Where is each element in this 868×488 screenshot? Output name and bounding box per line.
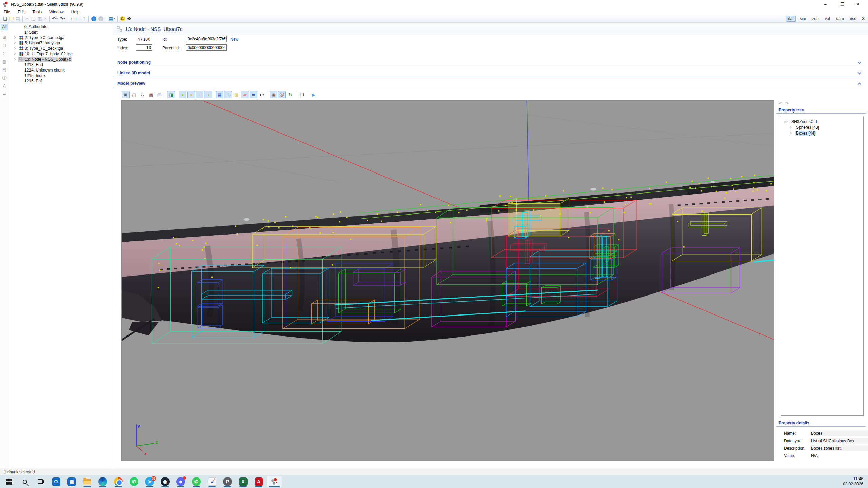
steam-icon[interactable]: ◉ [157, 475, 173, 488]
id-input[interactable] [186, 36, 227, 42]
section-node-positioning[interactable]: Node positioning [113, 59, 865, 66]
chevron-up-icon[interactable] [858, 83, 861, 86]
excel-icon[interactable]: X [235, 475, 251, 488]
open-file-button[interactable]: ❐ [8, 15, 15, 22]
tree-item-6[interactable]: 13: Node - NSS_Uboat7c [9, 57, 113, 62]
light-specular-button[interactable]: ● [196, 91, 203, 98]
paste-button[interactable]: ▥ [37, 15, 43, 22]
property-undo-icon[interactable]: ↶ [778, 101, 785, 106]
tree-item-1[interactable]: 1: Start [9, 29, 113, 35]
info-filter-icon[interactable]: ⓘ [0, 74, 9, 82]
render-vertices-button[interactable]: ⊡ [156, 91, 163, 98]
tree-item-8[interactable]: 1214: Unknown chunk [9, 67, 113, 73]
origin-button[interactable]: ≣ [250, 91, 257, 98]
render-wireframe-button[interactable]: ▢ [130, 91, 138, 98]
paint-icon[interactable]: ▲╱ [204, 475, 220, 488]
render-solid-wire-button[interactable]: ▩ [147, 91, 155, 98]
undo-button[interactable]: ↶▾ [51, 15, 59, 22]
font-filter-icon[interactable]: A [0, 82, 9, 90]
bounding-box-button[interactable]: ▧ [233, 91, 240, 98]
tab-sim[interactable]: sim [798, 16, 808, 22]
taskbar-clock[interactable]: 11:46 02.02.2026 [843, 476, 863, 487]
filter-all-button[interactable]: All [1, 24, 8, 30]
restore-button[interactable]: ❐ [835, 0, 850, 9]
chevron-down-icon[interactable] [858, 61, 861, 64]
textured-button[interactable]: ◨ [167, 91, 175, 98]
highlight-zones-button[interactable]: ▰ [241, 91, 249, 98]
materials-filter-icon[interactable]: ∷ [0, 49, 9, 58]
import-button[interactable]: ↥ [81, 15, 87, 22]
property-redo-icon[interactable]: ↷ [785, 101, 791, 106]
light-ambient-button[interactable]: ● [179, 91, 186, 98]
outlook-icon[interactable]: O [48, 475, 64, 488]
tab-dsd[interactable]: dsd [848, 16, 859, 22]
tree-item-7[interactable]: 1213: End [9, 62, 113, 67]
move-up-button[interactable]: ↑ [70, 15, 74, 22]
close-button[interactable]: ✕ [850, 0, 865, 9]
save-button[interactable]: ▤ [15, 15, 21, 22]
section-linked-3d-model[interactable]: Linked 3D model [113, 69, 865, 77]
tree-item-4[interactable]: 8: Type_7C_deck.tga [9, 46, 113, 51]
node-filter-icon[interactable]: ⊞ [0, 33, 9, 41]
move-down-button[interactable]: ↓ [74, 15, 78, 22]
explorer-icon[interactable] [79, 475, 95, 488]
tree-item-9[interactable]: 1215: Index [9, 73, 113, 78]
chevron-collapsed-icon[interactable] [789, 132, 792, 134]
chrome-icon[interactable] [111, 475, 126, 488]
tree-item-3[interactable]: 5: Uboat7_body.tga [9, 40, 113, 46]
whatsapp-icon[interactable]: ✆ [126, 475, 142, 488]
edge-icon[interactable] [95, 475, 111, 488]
chevron-down-icon[interactable] [858, 71, 861, 75]
render-solid-button[interactable]: ▣ [122, 91, 130, 98]
tab-close-button[interactable]: X [861, 16, 866, 21]
palemoon-icon[interactable]: P [220, 475, 235, 488]
text-doc-filter-icon[interactable]: ▤ [0, 66, 9, 74]
delete-button[interactable]: × [43, 15, 48, 22]
task-view-button[interactable] [33, 475, 48, 488]
property-tree-item-spheres[interactable]: Spheres [43] [781, 125, 863, 130]
grid-button[interactable]: ▦ [216, 91, 223, 98]
tab-zon[interactable]: zon [810, 16, 821, 22]
cut-button[interactable]: ✂ [24, 15, 30, 22]
property-tree-root[interactable]: SH3ZonesCtrl [781, 119, 863, 125]
model-viewport[interactable]: y z x [121, 100, 774, 461]
search-button[interactable] [17, 475, 33, 488]
light-combined-button[interactable]: ◑ [204, 91, 212, 98]
play-button[interactable]: ▶ [310, 91, 317, 98]
goblin-editor-button[interactable]: G [119, 15, 126, 22]
tree-item-10[interactable]: 1216: Eof [9, 78, 113, 84]
tree-item-2[interactable]: 2: Type_7C_camo.tga [9, 35, 113, 40]
tree-item-5[interactable]: 10: U_Type7_body_02.tga [9, 51, 113, 57]
menu-edit[interactable]: Edit [14, 9, 28, 14]
copy-button[interactable]: ❑ [30, 15, 37, 22]
sim-editor-button[interactable]: ❖ [126, 15, 133, 22]
chevron-right-icon[interactable] [13, 53, 16, 55]
chevron-right-icon[interactable] [13, 36, 16, 39]
camera-button[interactable]: ❒ [298, 91, 306, 98]
tab-cam[interactable]: cam [834, 16, 846, 22]
tab-dat[interactable]: dat [786, 16, 796, 22]
discord-icon[interactable]: ☻ [173, 475, 189, 488]
forward-button[interactable]: › [97, 15, 104, 22]
axes-button[interactable]: ⊥ [224, 91, 232, 98]
store-icon[interactable]: ▦ [64, 475, 79, 488]
index-input[interactable] [136, 44, 152, 51]
chevron-right-icon[interactable] [13, 58, 16, 60]
tab-val[interactable]: val [823, 16, 832, 22]
show-sync-button[interactable]: ↻ [287, 91, 294, 98]
show-eye-button[interactable]: ◉ [270, 91, 277, 98]
phone-icon[interactable]: ✆ [189, 475, 204, 488]
new-file-button[interactable]: ❏ [2, 15, 8, 22]
chevron-expanded-icon[interactable] [785, 120, 787, 123]
image-filter-icon[interactable]: ▨ [0, 58, 9, 66]
property-tree-item-boxes[interactable]: Boxes [44] [781, 130, 863, 136]
shading-mode-button[interactable]: ◐▾ [258, 91, 266, 98]
parent-id-input[interactable] [186, 44, 227, 51]
back-button[interactable]: ‹ [90, 15, 97, 22]
acrobat-icon[interactable]: A [251, 475, 267, 488]
minimize-button[interactable]: – [818, 0, 833, 9]
tree-item-0[interactable]: 0: AuthorInfo [9, 24, 113, 29]
shape-filter-icon[interactable]: ▰ [0, 90, 9, 98]
chevron-right-icon[interactable] [13, 42, 16, 44]
menu-help[interactable]: Help [67, 9, 83, 14]
